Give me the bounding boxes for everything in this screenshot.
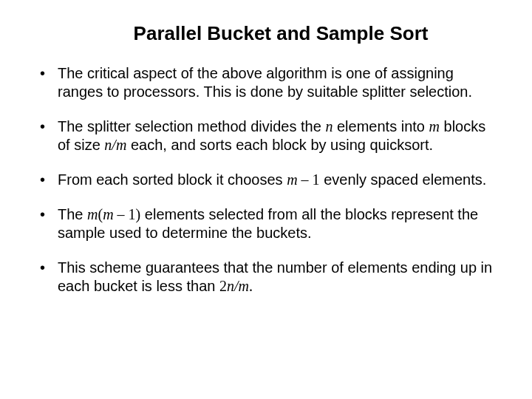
math-num: 1 [313,171,320,188]
bullet-text: evenly spaced elements. [320,171,487,188]
bullet-list: The critical aspect of the above algorit… [37,64,495,296]
math-num: 2 [219,278,227,294]
bullet-text: From each sorted block it chooses [58,171,287,188]
bullet-item: This scheme guarantees that the number o… [37,259,495,296]
bullet-text: . [249,278,253,294]
math-var: m [429,118,440,134]
bullet-text: The splitter selection method divides th… [58,118,325,134]
math-var: n/m [104,137,126,153]
bullet-text: each, and sorts each block by using quic… [126,137,433,153]
bullet-item: From each sorted block it chooses m – 1 … [37,171,495,189]
bullet-text: The [58,206,87,222]
bullet-text: The critical aspect of the above algorit… [58,65,472,100]
bullet-item: The m(m – 1) elements selected from all … [37,205,495,242]
slide: Parallel Bucket and Sample Sort The crit… [0,0,532,399]
bullet-text: This scheme guarantees that the number o… [58,259,492,294]
math-num: 1 [129,206,136,222]
math-var: m [287,171,297,188]
bullet-item: The splitter selection method divides th… [37,117,495,154]
math-op: – [114,206,129,222]
bullet-item: The critical aspect of the above algorit… [37,64,495,101]
math-var: m [87,206,98,222]
math-op: – [298,171,313,188]
math-var: n/m [227,278,249,294]
bullet-text: elements into [332,118,429,134]
math-var: n [325,118,332,134]
math-var: m [103,206,113,222]
slide-title: Parallel Bucket and Sample Sort [37,22,495,45]
